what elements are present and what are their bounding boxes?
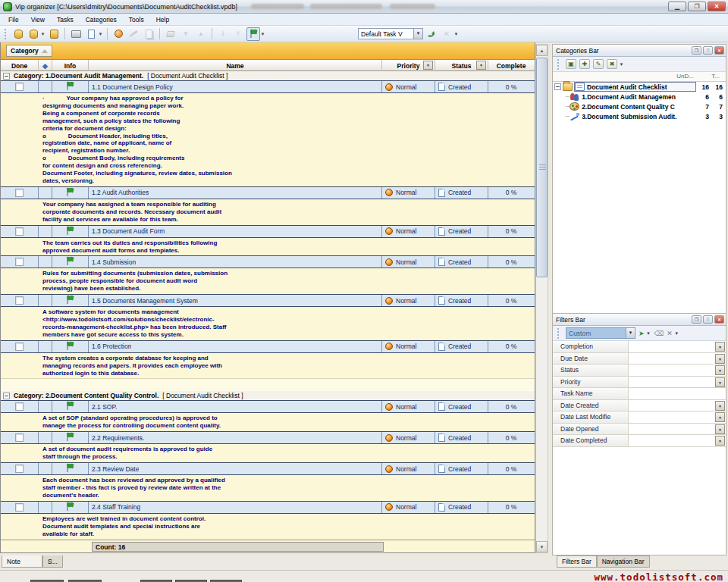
total-column-header[interactable]: T...	[711, 73, 720, 80]
tab-note[interactable]: Note	[2, 555, 42, 568]
task-name[interactable]: 1.3 Document Audit Form	[89, 227, 165, 235]
task-name[interactable]: 1.4 Submission	[89, 258, 136, 266]
scrollbar-thumb[interactable]	[536, 58, 548, 277]
done-checkbox[interactable]	[15, 227, 24, 236]
done-checkbox[interactable]	[15, 296, 24, 305]
move-bottom-icon[interactable]: ⇓	[216, 27, 230, 41]
task-row[interactable]: 2.4 Staff TrainingNormalCreated0 %	[1, 501, 535, 514]
filters-toolbar-dropdown-icon[interactable]: ▼	[674, 331, 679, 336]
task-row[interactable]: 2.3 Review DateNormalCreated0 %	[1, 462, 535, 475]
panel-restore-icon[interactable]: ❐	[692, 315, 701, 324]
filter-value-field[interactable]	[629, 377, 726, 388]
apply-view-icon[interactable]	[425, 27, 438, 41]
collapse-icon[interactable]	[3, 73, 10, 80]
menu-item-categories[interactable]: Categories	[80, 14, 122, 25]
done-checkbox[interactable]	[15, 83, 24, 91]
column-header-flag[interactable]: ◆	[39, 60, 52, 71]
filter-dropdown-icon[interactable]: ▼	[715, 365, 725, 375]
clear-filter-icon[interactable]: ⌫	[654, 330, 664, 337]
task-row[interactable]: 1.1 Document Design PolicyNormalCreated0…	[1, 80, 535, 93]
filter-dropdown-icon[interactable]: ▼	[715, 424, 725, 434]
done-checkbox[interactable]	[15, 343, 24, 351]
tab-navigation-bar[interactable]: Navigation Bar	[597, 555, 650, 568]
menu-item-tools[interactable]: Tools	[124, 14, 149, 25]
task-view-dropdown-icon[interactable]: ▼	[413, 29, 422, 39]
grid-vertical-scrollbar[interactable]: ▲ ▼	[535, 44, 548, 553]
panel-close-icon[interactable]: ✕	[714, 46, 724, 55]
category-tree-item[interactable]: ─3.Document Submission Audit.33	[553, 111, 726, 121]
toolbar-grip[interactable]	[5, 29, 7, 39]
panel-close-icon[interactable]: ✕	[714, 315, 724, 324]
tab-s[interactable]: S...	[42, 555, 63, 568]
filter-value-field[interactable]	[629, 353, 726, 365]
column-header-done[interactable]: Done	[1, 60, 39, 71]
clone-task-icon[interactable]	[142, 27, 155, 41]
column-header-info[interactable]: Info	[52, 60, 89, 71]
filter-dropdown-icon[interactable]: ▼	[715, 342, 725, 352]
priority-filter-dropdown-icon[interactable]: ▼	[423, 61, 433, 70]
filter-value-field[interactable]	[629, 365, 726, 376]
print-icon[interactable]	[69, 27, 83, 41]
category-tree-item[interactable]: ─1.Document Audit Managemen66	[553, 92, 726, 102]
print-dropdown-icon[interactable]: ▼	[98, 32, 103, 36]
filter-value-field[interactable]	[629, 424, 726, 435]
menu-item-view[interactable]: View	[26, 14, 50, 25]
filter-dropdown-icon[interactable]: ▼	[715, 401, 725, 411]
collapse-icon[interactable]	[554, 83, 561, 90]
new-category-icon[interactable]: ▣	[566, 59, 576, 69]
scroll-down-icon[interactable]: ▼	[536, 541, 548, 552]
group-by-category-button[interactable]: Category	[6, 45, 52, 57]
task-name[interactable]: 1.6 Protection	[89, 343, 131, 350]
task-name[interactable]: 2.3 Review Date	[89, 465, 139, 473]
flag-dropdown-icon[interactable]: ▼	[260, 32, 265, 36]
category-tree-item[interactable]: ─2.Document Content Quality C77	[553, 102, 726, 111]
new-task-icon[interactable]	[111, 27, 125, 41]
toolbar-more-dropdown-icon[interactable]: ▼	[453, 32, 459, 36]
save-database-icon[interactable]	[47, 27, 61, 41]
filter-value-field[interactable]	[629, 388, 726, 399]
done-checkbox[interactable]	[15, 402, 24, 411]
tab-filters-bar[interactable]: Filters Bar	[557, 555, 597, 568]
done-checkbox[interactable]	[15, 465, 24, 473]
open-database-dropdown-icon[interactable]: ▼	[40, 32, 46, 36]
task-row[interactable]: 1.4 SubmissionNormalCreated0 %	[1, 255, 535, 268]
task-row[interactable]: 1.6 ProtectionNormalCreated0 %	[1, 340, 535, 353]
delete-filter-icon[interactable]: ✕	[667, 330, 673, 337]
filter-value-field[interactable]	[629, 411, 726, 423]
move-down-icon[interactable]: ▼	[179, 27, 193, 41]
done-checkbox[interactable]	[15, 433, 24, 442]
status-filter-dropdown-icon[interactable]: ▼	[476, 61, 486, 70]
task-row[interactable]: 1.2 Audit AuthoritiesNormalCreated0 %	[1, 186, 535, 199]
column-header-name[interactable]: Name	[89, 60, 382, 71]
minimize-button[interactable]: ▁	[668, 2, 686, 11]
undone-column-header[interactable]: UnD...	[676, 73, 694, 80]
scroll-up-icon[interactable]: ▲	[536, 45, 548, 56]
task-view-combo[interactable]: Default Task V ▼	[358, 28, 423, 39]
apply-filter-dropdown-icon[interactable]: ▼	[646, 331, 651, 336]
task-name[interactable]: 2.1 SOP.	[89, 403, 117, 411]
move-up-icon[interactable]: ▲	[194, 27, 208, 41]
filter-dropdown-icon[interactable]: ▼	[715, 436, 725, 446]
apply-filter-icon[interactable]: ➤	[639, 330, 645, 337]
filter-dropdown-icon[interactable]: ▼	[715, 354, 725, 364]
delete-category-icon[interactable]: ✖	[607, 59, 617, 69]
task-row[interactable]: 2.1 SOP.NormalCreated0 %	[1, 400, 535, 413]
new-database-icon[interactable]	[11, 27, 25, 41]
categories-toolbar-dropdown-icon[interactable]: ▼	[619, 62, 624, 67]
collapse-icon[interactable]	[3, 393, 10, 399]
task-name[interactable]: 1.5 Documents Management System	[89, 297, 198, 305]
done-checkbox[interactable]	[15, 189, 24, 197]
task-row[interactable]: 1.3 Document Audit FormNormalCreated0 %	[1, 225, 535, 238]
done-checkbox[interactable]	[15, 258, 24, 266]
move-top-icon[interactable]: ⇑	[231, 27, 245, 41]
category-tree-item[interactable]: Document Audit Checklist1616	[553, 82, 726, 92]
edit-category-icon[interactable]: ✎	[593, 59, 604, 69]
clear-view-icon[interactable]: ✕	[440, 27, 453, 41]
close-button[interactable]: ✕	[708, 2, 726, 11]
panel-restore-icon[interactable]: ❐	[692, 46, 701, 55]
filter-preset-dropdown-icon[interactable]: ▼	[626, 328, 635, 338]
panel-pin-icon[interactable]: ⊤	[703, 46, 713, 55]
maximize-button[interactable]: ❐	[688, 2, 706, 11]
task-name[interactable]: 1.1 Document Design Policy	[89, 83, 173, 91]
menu-item-tasks[interactable]: Tasks	[52, 14, 79, 25]
